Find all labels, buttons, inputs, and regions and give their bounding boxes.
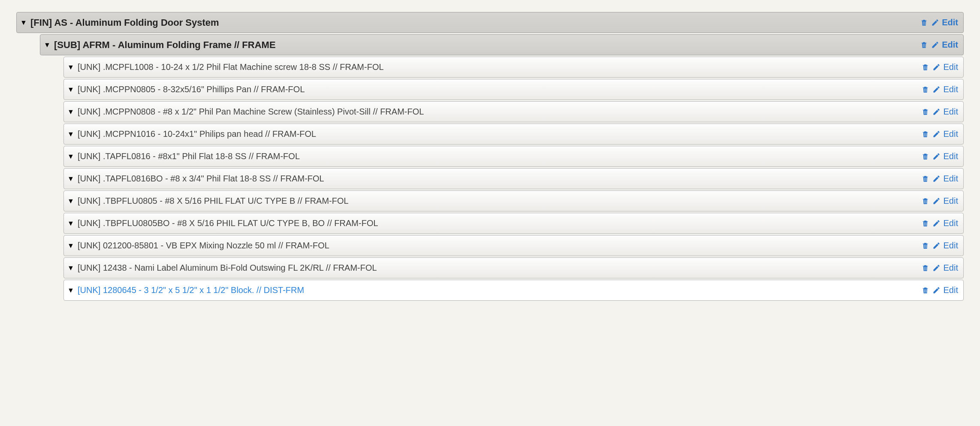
edit-link[interactable]: Edit [944, 263, 958, 273]
row-actions: Edit [921, 263, 958, 273]
pencil-icon[interactable] [932, 175, 941, 183]
trash-icon[interactable] [921, 152, 930, 161]
tree-row[interactable]: ▼[UNK] 021200-85801 - VB EPX Mixing Nozz… [63, 235, 964, 256]
pencil-icon[interactable] [931, 18, 939, 27]
row-actions: Edit [921, 129, 958, 139]
row-left: ▼[FIN] AS - Aluminum Folding Door System [20, 17, 920, 28]
row-actions: Edit [921, 196, 958, 206]
trash-icon[interactable] [921, 242, 930, 250]
row-left: ▼[UNK] .TBPFLU0805BO - #8 X 5/16 PHIL FL… [67, 218, 921, 228]
pencil-icon[interactable] [932, 108, 941, 116]
collapse-toggle-icon[interactable]: ▼ [67, 197, 78, 205]
row-label: [UNK] 1280645 - 3 1/2" x 5 1/2" x 1 1/2"… [78, 285, 304, 295]
edit-link[interactable]: Edit [944, 151, 958, 161]
row-label: [UNK] .TAPFL0816BO - #8 x 3/4" Phil Flat… [78, 174, 324, 184]
edit-link[interactable]: Edit [944, 196, 958, 206]
edit-link[interactable]: Edit [942, 18, 958, 27]
collapse-toggle-icon[interactable]: ▼ [67, 287, 78, 294]
row-left: ▼[UNK] .TBPFLU0805 - #8 X 5/16 PHIL FLAT… [67, 196, 921, 206]
trash-icon[interactable] [921, 286, 930, 295]
row-left: ▼[UNK] .TAPFL0816 - #8x1" Phil Flat 18-8… [67, 151, 921, 161]
collapse-toggle-icon[interactable]: ▼ [67, 86, 78, 94]
row-label: [UNK] 12438 - Nami Label Aluminum Bi-Fol… [78, 263, 377, 273]
row-actions: Edit [920, 18, 958, 27]
row-label: [UNK] .MCPPN0805 - 8-32x5/16" Phillips P… [78, 85, 305, 94]
collapse-toggle-icon[interactable]: ▼ [67, 108, 78, 116]
collapse-toggle-icon[interactable]: ▼ [67, 175, 78, 183]
pencil-icon[interactable] [932, 152, 941, 161]
trash-icon[interactable] [921, 197, 930, 205]
edit-link[interactable]: Edit [944, 285, 958, 295]
tree-row[interactable]: ▼[UNK] .MCPPN0808 - #8 x 1/2" Phil Pan M… [63, 101, 964, 122]
row-left: ▼[UNK] 1280645 - 3 1/2" x 5 1/2" x 1 1/2… [67, 285, 921, 295]
pencil-icon[interactable] [932, 242, 941, 250]
trash-icon[interactable] [921, 219, 930, 228]
collapse-toggle-icon[interactable]: ▼ [67, 130, 78, 138]
trash-icon[interactable] [921, 175, 930, 183]
pencil-icon[interactable] [932, 264, 941, 272]
row-label: [UNK] .MCPPN1016 - 10-24x1" Philips pan … [78, 129, 316, 139]
tree-row[interactable]: ▼[UNK] .TBPFLU0805BO - #8 X 5/16 PHIL FL… [63, 213, 964, 234]
row-actions: Edit [921, 62, 958, 72]
tree-row[interactable]: ▼[UNK] .TBPFLU0805 - #8 X 5/16 PHIL FLAT… [63, 190, 964, 211]
row-label: [UNK] .MCPFL1008 - 10-24 x 1/2 Phil Flat… [78, 62, 384, 72]
edit-link[interactable]: Edit [944, 85, 958, 94]
row-actions: Edit [921, 218, 958, 228]
pencil-icon[interactable] [932, 130, 941, 139]
tree-row[interactable]: ▼[UNK] .MCPPN0805 - 8-32x5/16" Phillips … [63, 79, 964, 100]
row-label: [UNK] .MCPPN0808 - #8 x 1/2" Phil Pan Ma… [78, 107, 424, 117]
collapse-toggle-icon[interactable]: ▼ [67, 63, 78, 71]
collapse-toggle-icon[interactable]: ▼ [44, 41, 54, 49]
trash-icon[interactable] [921, 85, 930, 94]
edit-link[interactable]: Edit [944, 129, 958, 139]
trash-icon[interactable] [920, 18, 928, 27]
trash-icon[interactable] [921, 264, 930, 272]
row-label: [SUB] AFRM - Aluminum Folding Frame // F… [54, 39, 276, 51]
collapse-toggle-icon[interactable]: ▼ [20, 19, 30, 27]
row-actions: Edit [921, 241, 958, 251]
edit-link[interactable]: Edit [944, 174, 958, 184]
row-label: [UNK] .TAPFL0816 - #8x1" Phil Flat 18-8 … [78, 151, 300, 161]
tree-row[interactable]: ▼[UNK] .TAPFL0816BO - #8 x 3/4" Phil Fla… [63, 168, 964, 189]
tree-container: ▼[FIN] AS - Aluminum Folding Door System… [16, 12, 964, 301]
edit-link[interactable]: Edit [944, 107, 958, 117]
pencil-icon[interactable] [931, 41, 939, 49]
pencil-icon[interactable] [932, 286, 941, 295]
collapse-toggle-icon[interactable]: ▼ [67, 220, 78, 227]
edit-link[interactable]: Edit [942, 40, 958, 50]
collapse-toggle-icon[interactable]: ▼ [67, 264, 78, 272]
tree-row[interactable]: ▼[UNK] .MCPPN1016 - 10-24x1" Philips pan… [63, 124, 964, 145]
row-left: ▼[UNK] .MCPPN1016 - 10-24x1" Philips pan… [67, 129, 921, 139]
tree-row[interactable]: ▼[FIN] AS - Aluminum Folding Door System… [16, 12, 964, 33]
row-actions: Edit [921, 285, 958, 295]
trash-icon[interactable] [920, 41, 928, 49]
collapse-toggle-icon[interactable]: ▼ [67, 242, 78, 250]
row-actions: Edit [921, 85, 958, 94]
collapse-toggle-icon[interactable]: ▼ [67, 153, 78, 160]
edit-link[interactable]: Edit [944, 241, 958, 251]
trash-icon[interactable] [921, 63, 930, 72]
row-left: ▼[SUB] AFRM - Aluminum Folding Frame // … [44, 39, 920, 51]
row-left: ▼[UNK] .MCPFL1008 - 10-24 x 1/2 Phil Fla… [67, 62, 921, 72]
pencil-icon[interactable] [932, 85, 941, 94]
row-left: ▼[UNK] 12438 - Nami Label Aluminum Bi-Fo… [67, 263, 921, 273]
trash-icon[interactable] [921, 108, 930, 116]
row-label: [UNK] 021200-85801 - VB EPX Mixing Nozzl… [78, 241, 329, 251]
pencil-icon[interactable] [932, 197, 941, 205]
row-label: [UNK] .TBPFLU0805BO - #8 X 5/16 PHIL FLA… [78, 218, 378, 228]
pencil-icon[interactable] [932, 63, 941, 72]
trash-icon[interactable] [921, 130, 930, 139]
tree-row[interactable]: ▼[UNK] 1280645 - 3 1/2" x 5 1/2" x 1 1/2… [63, 280, 964, 301]
pencil-icon[interactable] [932, 219, 941, 228]
row-label: [UNK] .TBPFLU0805 - #8 X 5/16 PHIL FLAT … [78, 196, 349, 206]
row-actions: Edit [921, 107, 958, 117]
tree-row[interactable]: ▼[SUB] AFRM - Aluminum Folding Frame // … [40, 34, 964, 55]
row-label: [FIN] AS - Aluminum Folding Door System [30, 17, 219, 28]
tree-row[interactable]: ▼[UNK] .MCPFL1008 - 10-24 x 1/2 Phil Fla… [63, 57, 964, 78]
edit-link[interactable]: Edit [944, 218, 958, 228]
tree-row[interactable]: ▼[UNK] .TAPFL0816 - #8x1" Phil Flat 18-8… [63, 146, 964, 167]
tree-row[interactable]: ▼[UNK] 12438 - Nami Label Aluminum Bi-Fo… [63, 257, 964, 278]
edit-link[interactable]: Edit [944, 62, 958, 72]
row-actions: Edit [921, 174, 958, 184]
row-left: ▼[UNK] .TAPFL0816BO - #8 x 3/4" Phil Fla… [67, 174, 921, 184]
